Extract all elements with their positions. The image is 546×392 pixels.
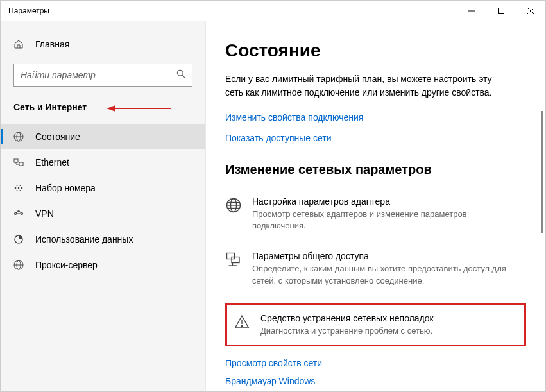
svg-line-27 bbox=[19, 212, 21, 214]
warning-icon bbox=[234, 314, 250, 330]
setting-desc: Просмотр сетевых адаптеров и изменение п… bbox=[252, 209, 522, 232]
svg-rect-37 bbox=[227, 253, 235, 259]
titlebar: Параметры bbox=[1, 1, 545, 21]
svg-point-20 bbox=[17, 190, 18, 191]
home-icon bbox=[13, 39, 24, 49]
vpn-icon bbox=[13, 209, 24, 219]
scrollbar[interactable] bbox=[541, 111, 543, 233]
globe-icon bbox=[225, 198, 242, 213]
svg-rect-38 bbox=[232, 257, 239, 263]
page-description: Если у вас лимитный тарифный план, вы мо… bbox=[225, 72, 508, 99]
setting-title: Параметры общего доступа bbox=[252, 251, 526, 261]
annotation-highlight: Средство устранения сетевых неполадок Ди… bbox=[225, 303, 526, 346]
home-link[interactable]: Главная bbox=[1, 34, 205, 55]
annotation-arrow bbox=[107, 103, 171, 114]
data-usage-icon bbox=[13, 234, 24, 244]
setting-title: Средство устранения сетевых неполадок bbox=[260, 313, 518, 323]
sidebar-item-proxy[interactable]: Прокси-сервер bbox=[1, 252, 205, 278]
svg-point-21 bbox=[20, 190, 21, 191]
sidebar-item-label: Набор номера bbox=[35, 183, 96, 193]
sidebar-item-label: VPN bbox=[35, 209, 54, 219]
svg-line-26 bbox=[16, 212, 18, 214]
category-label: Сеть и Интернет bbox=[13, 102, 87, 112]
sidebar-item-label: Прокси-сервер bbox=[35, 260, 98, 270]
sidebar-item-ethernet[interactable]: Ethernet bbox=[1, 149, 205, 175]
home-label: Главная bbox=[35, 39, 69, 49]
ethernet-icon bbox=[13, 157, 24, 167]
setting-text: Параметры общего доступа Определите, к к… bbox=[252, 251, 526, 286]
minimize-icon bbox=[468, 8, 475, 14]
dialup-icon bbox=[13, 183, 24, 193]
content: Главная Сеть и Интернет Состояние bbox=[1, 21, 545, 391]
svg-rect-1 bbox=[499, 8, 504, 14]
svg-point-4 bbox=[177, 70, 183, 76]
search-input[interactable] bbox=[21, 70, 176, 80]
svg-point-17 bbox=[21, 187, 23, 189]
sidebar-item-vpn[interactable]: VPN bbox=[1, 201, 205, 226]
window-title: Параметры bbox=[8, 6, 457, 15]
svg-point-42 bbox=[241, 325, 243, 327]
svg-point-19 bbox=[20, 185, 21, 186]
link-windows-firewall[interactable]: Брандмауэр Windows bbox=[225, 376, 526, 386]
sidebar-item-dialup[interactable]: Набор номера bbox=[1, 175, 205, 201]
sidebar-item-datausage[interactable]: Использование данных bbox=[1, 226, 205, 252]
main: Состояние Если у вас лимитный тарифный п… bbox=[206, 21, 545, 391]
proxy-icon bbox=[13, 260, 24, 270]
search-icon bbox=[176, 69, 185, 81]
close-icon bbox=[527, 8, 534, 14]
sidebar-item-label: Ethernet bbox=[35, 157, 69, 167]
search-box[interactable] bbox=[13, 64, 192, 87]
minimize-button[interactable] bbox=[457, 1, 486, 21]
link-show-available-networks[interactable]: Показать доступные сети bbox=[225, 133, 526, 143]
setting-text: Средство устранения сетевых неполадок Ди… bbox=[260, 313, 518, 337]
page-title: Состояние bbox=[225, 40, 526, 61]
svg-point-16 bbox=[18, 187, 20, 189]
setting-desc: Диагностика и устранение проблем с сетью… bbox=[260, 325, 518, 337]
sharing-icon bbox=[225, 252, 242, 268]
maximize-icon bbox=[498, 8, 504, 14]
setting-adapter-options[interactable]: Настройка параметров адаптера Просмотр с… bbox=[225, 194, 526, 234]
svg-point-15 bbox=[15, 187, 17, 189]
setting-desc: Определите, к каким данным вы хотите пре… bbox=[252, 263, 522, 286]
sidebar-item-status[interactable]: Состояние bbox=[1, 124, 205, 149]
globe-icon bbox=[13, 132, 24, 142]
setting-network-troubleshooter[interactable]: Средство устранения сетевых неполадок Ди… bbox=[231, 311, 518, 339]
sidebar: Главная Сеть и Интернет Состояние bbox=[1, 21, 206, 391]
window-controls bbox=[457, 1, 545, 21]
svg-rect-12 bbox=[19, 162, 23, 166]
svg-point-18 bbox=[17, 185, 18, 186]
section-title: Изменение сетевых параметров bbox=[225, 162, 526, 177]
setting-sharing-options[interactable]: Параметры общего доступа Определите, к к… bbox=[225, 248, 526, 289]
sidebar-item-label: Состояние bbox=[35, 132, 80, 142]
link-change-connection-props[interactable]: Изменить свойства подключения bbox=[225, 112, 526, 123]
svg-rect-11 bbox=[14, 159, 18, 162]
setting-text: Настройка параметров адаптера Просмотр с… bbox=[252, 196, 526, 232]
maximize-button[interactable] bbox=[486, 1, 516, 21]
sidebar-item-label: Использование данных bbox=[35, 234, 133, 244]
category-header: Сеть и Интернет bbox=[1, 102, 205, 124]
svg-point-25 bbox=[18, 210, 19, 212]
close-button[interactable] bbox=[516, 1, 545, 21]
svg-marker-7 bbox=[107, 105, 115, 112]
setting-title: Настройка параметров адаптера bbox=[252, 196, 526, 207]
svg-line-5 bbox=[182, 75, 185, 78]
link-view-network-properties[interactable]: Просмотр свойств сети bbox=[225, 358, 526, 368]
